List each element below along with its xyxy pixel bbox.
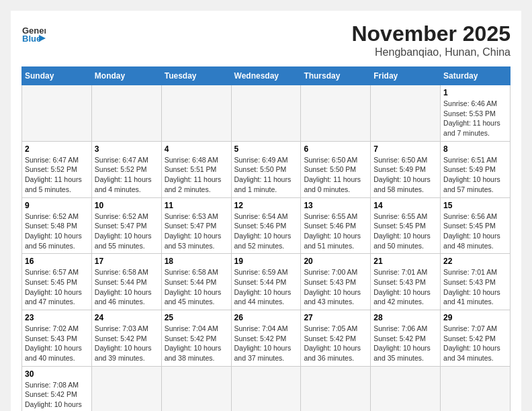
header: General Blue November 2025 Hengbanqiao, … <box>21 21 511 58</box>
calendar-cell: 13Sunrise: 6:55 AMSunset: 5:46 PMDayligh… <box>301 197 371 254</box>
day-number: 13 <box>304 201 367 210</box>
day-number: 1 <box>443 88 507 97</box>
calendar-cell: 27Sunrise: 7:05 AMSunset: 5:42 PMDayligh… <box>301 310 371 367</box>
calendar-cell: 21Sunrise: 7:01 AMSunset: 5:43 PMDayligh… <box>371 254 441 310</box>
day-info: Sunrise: 6:51 AMSunset: 5:49 PMDaylight:… <box>443 155 507 195</box>
weekday-header-tuesday: Tuesday <box>161 67 231 85</box>
day-info: Sunrise: 6:50 AMSunset: 5:49 PMDaylight:… <box>373 155 437 195</box>
calendar-cell: 30Sunrise: 7:08 AMSunset: 5:42 PMDayligh… <box>22 366 92 411</box>
day-number: 9 <box>25 201 89 210</box>
title-block: November 2025 Hengbanqiao, Hunan, China <box>351 21 511 58</box>
calendar-cell <box>301 366 371 411</box>
weekday-header-monday: Monday <box>91 67 161 85</box>
calendar-cell <box>161 366 231 411</box>
day-info: Sunrise: 7:06 AMSunset: 5:42 PMDaylight:… <box>373 324 437 363</box>
day-number: 7 <box>373 144 437 154</box>
day-number: 16 <box>25 257 89 266</box>
weekday-header-sunday: Sunday <box>22 67 92 85</box>
calendar-week-row: 23Sunrise: 7:02 AMSunset: 5:43 PMDayligh… <box>22 310 511 367</box>
day-number: 21 <box>373 257 437 266</box>
calendar-cell: 29Sunrise: 7:07 AMSunset: 5:42 PMDayligh… <box>441 310 511 367</box>
calendar-week-row: 16Sunrise: 6:57 AMSunset: 5:45 PMDayligh… <box>22 254 511 310</box>
weekday-header-row: SundayMondayTuesdayWednesdayThursdayFrid… <box>22 67 511 85</box>
weekday-header-saturday: Saturday <box>441 67 511 85</box>
calendar-cell: 11Sunrise: 6:53 AMSunset: 5:47 PMDayligh… <box>161 197 231 254</box>
day-info: Sunrise: 6:56 AMSunset: 5:45 PMDaylight:… <box>443 212 507 251</box>
day-number: 3 <box>95 144 159 154</box>
day-number: 5 <box>234 144 298 154</box>
calendar-cell: 17Sunrise: 6:58 AMSunset: 5:44 PMDayligh… <box>91 254 161 310</box>
calendar-cell: 7Sunrise: 6:50 AMSunset: 5:49 PMDaylight… <box>371 141 441 197</box>
calendar-cell: 12Sunrise: 6:54 AMSunset: 5:46 PMDayligh… <box>231 197 301 254</box>
day-number: 23 <box>25 313 89 322</box>
calendar-cell <box>231 366 301 411</box>
calendar-week-row: 9Sunrise: 6:52 AMSunset: 5:48 PMDaylight… <box>22 197 511 254</box>
day-number: 8 <box>443 144 507 154</box>
calendar-cell: 3Sunrise: 6:47 AMSunset: 5:52 PMDaylight… <box>91 141 161 197</box>
day-info: Sunrise: 7:01 AMSunset: 5:43 PMDaylight:… <box>443 267 507 307</box>
day-info: Sunrise: 6:53 AMSunset: 5:47 PMDaylight:… <box>165 212 228 251</box>
calendar-cell: 15Sunrise: 6:56 AMSunset: 5:45 PMDayligh… <box>441 197 511 254</box>
calendar-cell: 8Sunrise: 6:51 AMSunset: 5:49 PMDaylight… <box>441 141 511 197</box>
calendar-cell: 10Sunrise: 6:52 AMSunset: 5:47 PMDayligh… <box>91 197 161 254</box>
day-info: Sunrise: 6:49 AMSunset: 5:50 PMDaylight:… <box>234 155 298 195</box>
day-number: 18 <box>165 257 228 266</box>
day-info: Sunrise: 6:52 AMSunset: 5:47 PMDaylight:… <box>95 212 159 251</box>
svg-text:Blue: Blue <box>22 34 41 44</box>
day-number: 24 <box>95 313 159 322</box>
calendar-cell: 14Sunrise: 6:55 AMSunset: 5:45 PMDayligh… <box>371 197 441 254</box>
calendar-cell: 16Sunrise: 6:57 AMSunset: 5:45 PMDayligh… <box>22 254 92 310</box>
calendar-week-row: 1Sunrise: 6:46 AMSunset: 5:53 PMDaylight… <box>22 85 511 142</box>
weekday-header-friday: Friday <box>371 67 441 85</box>
day-info: Sunrise: 6:59 AMSunset: 5:44 PMDaylight:… <box>234 267 298 307</box>
day-number: 19 <box>234 257 298 266</box>
day-info: Sunrise: 6:47 AMSunset: 5:52 PMDaylight:… <box>95 155 159 195</box>
calendar-cell: 22Sunrise: 7:01 AMSunset: 5:43 PMDayligh… <box>441 254 511 310</box>
day-number: 10 <box>95 201 159 210</box>
day-number: 26 <box>234 313 298 322</box>
calendar-cell: 9Sunrise: 6:52 AMSunset: 5:48 PMDaylight… <box>22 197 92 254</box>
day-number: 15 <box>443 201 507 210</box>
calendar-cell: 23Sunrise: 7:02 AMSunset: 5:43 PMDayligh… <box>22 310 92 367</box>
location-subtitle: Hengbanqiao, Hunan, China <box>351 46 511 58</box>
day-info: Sunrise: 7:00 AMSunset: 5:43 PMDaylight:… <box>304 267 367 307</box>
day-info: Sunrise: 6:55 AMSunset: 5:45 PMDaylight:… <box>373 212 437 251</box>
calendar-cell: 18Sunrise: 6:58 AMSunset: 5:44 PMDayligh… <box>161 254 231 310</box>
calendar-page: General Blue November 2025 Hengbanqiao, … <box>11 11 521 411</box>
day-number: 2 <box>25 144 89 154</box>
day-info: Sunrise: 7:02 AMSunset: 5:43 PMDaylight:… <box>25 324 89 363</box>
day-number: 12 <box>234 201 298 210</box>
day-info: Sunrise: 7:01 AMSunset: 5:43 PMDaylight:… <box>373 267 437 307</box>
calendar-cell: 24Sunrise: 7:03 AMSunset: 5:42 PMDayligh… <box>91 310 161 367</box>
day-info: Sunrise: 6:57 AMSunset: 5:45 PMDaylight:… <box>25 267 89 307</box>
weekday-header-thursday: Thursday <box>301 67 371 85</box>
calendar-cell <box>91 366 161 411</box>
day-number: 29 <box>443 313 507 322</box>
day-info: Sunrise: 6:50 AMSunset: 5:50 PMDaylight:… <box>304 155 367 195</box>
day-number: 17 <box>95 257 159 266</box>
day-number: 27 <box>304 313 367 322</box>
calendar-cell: 4Sunrise: 6:48 AMSunset: 5:51 PMDaylight… <box>161 141 231 197</box>
calendar-week-row: 30Sunrise: 7:08 AMSunset: 5:42 PMDayligh… <box>22 366 511 411</box>
day-info: Sunrise: 7:08 AMSunset: 5:42 PMDaylight:… <box>25 380 89 411</box>
day-info: Sunrise: 7:03 AMSunset: 5:42 PMDaylight:… <box>95 324 159 363</box>
calendar-cell: 6Sunrise: 6:50 AMSunset: 5:50 PMDaylight… <box>301 141 371 197</box>
day-number: 25 <box>165 313 228 322</box>
logo-icon: General Blue <box>21 21 46 48</box>
calendar-cell: 28Sunrise: 7:06 AMSunset: 5:42 PMDayligh… <box>371 310 441 367</box>
day-info: Sunrise: 6:46 AMSunset: 5:53 PMDaylight:… <box>443 99 507 138</box>
day-info: Sunrise: 6:58 AMSunset: 5:44 PMDaylight:… <box>165 267 228 307</box>
day-info: Sunrise: 7:04 AMSunset: 5:42 PMDaylight:… <box>234 324 298 363</box>
day-number: 30 <box>25 369 89 379</box>
day-number: 14 <box>373 201 437 210</box>
calendar-cell: 1Sunrise: 6:46 AMSunset: 5:53 PMDaylight… <box>441 85 511 142</box>
calendar-cell: 19Sunrise: 6:59 AMSunset: 5:44 PMDayligh… <box>231 254 301 310</box>
weekday-header-wednesday: Wednesday <box>231 67 301 85</box>
calendar-table: SundayMondayTuesdayWednesdayThursdayFrid… <box>21 66 511 411</box>
day-number: 6 <box>304 144 367 154</box>
calendar-cell: 2Sunrise: 6:47 AMSunset: 5:52 PMDaylight… <box>22 141 92 197</box>
calendar-cell: 25Sunrise: 7:04 AMSunset: 5:42 PMDayligh… <box>161 310 231 367</box>
day-info: Sunrise: 6:58 AMSunset: 5:44 PMDaylight:… <box>95 267 159 307</box>
calendar-cell <box>231 85 301 142</box>
day-info: Sunrise: 7:04 AMSunset: 5:42 PMDaylight:… <box>165 324 228 363</box>
